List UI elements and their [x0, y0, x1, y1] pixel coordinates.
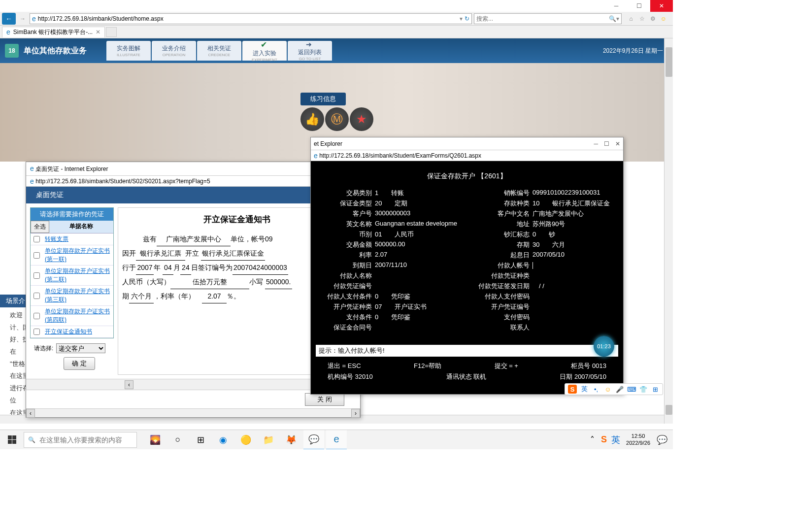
ime-skin-icon[interactable]: 👕	[639, 385, 648, 394]
term-field-value[interactable]: / /	[532, 282, 611, 291]
term-field-value[interactable]: 0999101002239100031	[532, 189, 611, 198]
voucher-checkbox[interactable]	[33, 252, 40, 259]
term-field-value[interactable]: 1 转账	[375, 189, 468, 198]
nav-tab-operation[interactable]: 业务介绍OPERATION	[152, 41, 196, 61]
term-field-value[interactable]: 0 凭印鉴	[375, 292, 468, 301]
sogou-icon[interactable]: S	[568, 385, 577, 394]
ime-lang[interactable]: 英	[580, 385, 589, 394]
voucher-checkbox[interactable]	[33, 272, 40, 279]
close-button[interactable]: ✕	[650, 0, 673, 12]
term-field-value[interactable]: Guangnan estate developme	[375, 220, 468, 229]
voucher-row[interactable]: 单位定期存款开户证实书(第一联)	[31, 245, 113, 266]
chrome-icon[interactable]: 🟡	[235, 430, 256, 450]
voucher-row[interactable]: 开立保证金通知书	[31, 326, 113, 338]
scroll-left-icon[interactable]: ‹	[125, 380, 133, 389]
term-field-value[interactable]	[532, 313, 611, 322]
forward-button[interactable]: →	[18, 13, 28, 25]
voucher-row[interactable]: 单位定期存款开户证实书(第二联)	[31, 266, 113, 286]
voucher-checkbox[interactable]	[33, 293, 40, 299]
select-all-button[interactable]: 全选	[31, 221, 49, 233]
scroll-right-icon[interactable]: ›	[351, 409, 360, 418]
voucher-link[interactable]: 单位定期存款开户证实书(第二联)	[45, 267, 110, 284]
voucher-row[interactable]: 单位定期存款开户证实书(第四联)	[31, 306, 113, 326]
tab-close-icon[interactable]: ✕	[96, 29, 100, 35]
ime-keyboard-icon[interactable]: ⌨	[627, 385, 636, 394]
term-field-value[interactable]: 10 银行承兑汇票保证金	[532, 199, 611, 208]
ime-toolbox-icon[interactable]: ⊞	[651, 385, 660, 394]
voucher-link[interactable]: 开立保证金通知书	[45, 328, 92, 336]
voucher-link[interactable]: 转账支票	[45, 235, 68, 243]
notifications-icon[interactable]: 💬	[655, 430, 669, 450]
term-field-value[interactable]: 2.07	[375, 251, 468, 260]
taskbar-search[interactable]: 🔍	[24, 432, 137, 448]
vertical-scrollbar[interactable]	[664, 38, 673, 424]
tray-lang-icon[interactable]: 英	[610, 430, 621, 450]
wechat-icon[interactable]: 💬	[303, 430, 324, 450]
search-icon[interactable]: 🔍	[609, 15, 616, 22]
term-field-value[interactable]: 30 六月	[532, 240, 611, 249]
term-field-value[interactable]: 20 定期	[375, 199, 468, 208]
close-icon[interactable]: ✕	[615, 140, 620, 147]
home-icon[interactable]: ⌂	[627, 14, 635, 23]
firefox-icon[interactable]: 🦊	[281, 430, 301, 450]
term-field-value[interactable]: 0 钞	[532, 230, 611, 239]
coin-icon[interactable]: Ⓜ	[325, 107, 349, 131]
nav-tab-illustrate[interactable]: 实务图解ILLUSTRATE	[106, 41, 151, 61]
term-field-value[interactable]	[532, 302, 611, 311]
scroll-left-icon[interactable]: ‹	[26, 409, 35, 418]
term-field-value[interactable]: 0 凭印鉴	[375, 313, 468, 322]
star-icon[interactable]: ★	[350, 107, 373, 131]
term-field-value[interactable]	[375, 282, 468, 291]
term-field-value[interactable]: 01 人民币	[375, 230, 468, 239]
ime-smiley-icon[interactable]: ☺	[603, 385, 612, 394]
voucher-link[interactable]: 单位定期存款开户证实书(第四联)	[45, 307, 110, 324]
voucher-link[interactable]: 单位定期存款开户证实书(第三联)	[45, 287, 110, 304]
term-field-value[interactable]	[532, 323, 611, 332]
term-field-value[interactable]	[532, 261, 611, 270]
term-field-value[interactable]	[532, 271, 611, 280]
new-tab-button[interactable]	[106, 27, 117, 37]
maximize-icon[interactable]: ☐	[604, 140, 609, 147]
search-bar[interactable]: 🔍 ▾	[474, 13, 622, 24]
term-field-value[interactable]	[375, 323, 468, 332]
task-view-icon[interactable]: ⊞	[190, 430, 211, 450]
term-field-value[interactable]: 3000000003	[375, 209, 468, 218]
term-field-value[interactable]: 广南地产发展中心	[532, 209, 611, 218]
voucher-link[interactable]: 单位定期存款开户证实书(第一联)	[45, 247, 110, 264]
search-input[interactable]	[476, 15, 609, 22]
ie-taskbar-icon[interactable]: e	[326, 430, 347, 450]
nav-tab-experiment[interactable]: ✔进入实验EXPERIMENT	[242, 41, 287, 61]
term-field-value[interactable]: 2007/05/10	[532, 251, 611, 260]
back-button[interactable]: ←	[2, 13, 16, 25]
voucher-row[interactable]: 转账支票	[31, 233, 113, 245]
thumbs-up-icon[interactable]: 👍	[300, 107, 324, 131]
start-button[interactable]	[0, 430, 24, 450]
smiley-icon[interactable]: ☺	[659, 14, 668, 23]
favorite-icon[interactable]: ☆	[637, 14, 646, 23]
tray-sogou-icon[interactable]: S	[598, 430, 609, 450]
term-field-value[interactable]: 500000.00	[375, 240, 468, 249]
weather-widget[interactable]: 🌄	[145, 430, 166, 450]
maximize-button[interactable]: ☐	[628, 0, 650, 12]
browser-tab[interactable]: e SimBank 银行模拟教学平台-... ✕	[2, 27, 105, 37]
gear-icon[interactable]: ⚙	[648, 14, 657, 23]
ime-toolbar[interactable]: S 英 •, ☺ 🎤 ⌨ 👕 ⊞	[565, 383, 663, 395]
voucher-checkbox[interactable]	[33, 313, 40, 319]
term-field-value[interactable]: 苏州路90号	[532, 220, 611, 229]
term-field-value[interactable]	[532, 292, 611, 301]
url-input[interactable]	[38, 15, 458, 22]
address-bar[interactable]: e ▾ ↻	[30, 13, 472, 24]
voucher-checkbox[interactable]	[33, 236, 40, 242]
voucher-row[interactable]: 单位定期存款开户证实书(第三联)	[31, 286, 113, 306]
term-field-value[interactable]	[375, 271, 468, 280]
system-clock[interactable]: 12:50 2022/9/26	[622, 433, 654, 446]
minimize-icon[interactable]: ─	[594, 140, 598, 147]
dropdown-icon[interactable]: ▾	[460, 15, 463, 22]
tray-expand-icon[interactable]: ˄	[587, 430, 598, 450]
file-explorer-icon[interactable]: 📁	[258, 430, 279, 450]
ime-punct-icon[interactable]: •,	[592, 385, 600, 394]
refresh-icon[interactable]: ↻	[465, 15, 469, 22]
minimize-button[interactable]: ─	[605, 0, 628, 12]
cortana-icon[interactable]: ○	[167, 430, 188, 450]
ime-mic-icon[interactable]: 🎤	[615, 385, 624, 394]
